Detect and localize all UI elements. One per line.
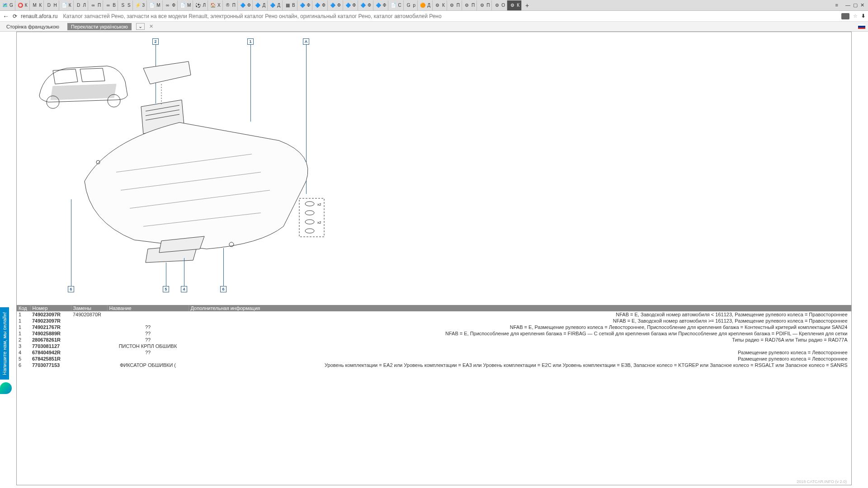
download-icon[interactable]: ⬇ xyxy=(861,13,865,19)
browser-tab[interactable]: MК xyxy=(30,0,44,10)
translate-bar: Сторінка французькою Перекласти українсь… xyxy=(0,22,868,32)
browser-tab[interactable]: 📄С xyxy=(388,0,403,10)
browser-tab[interactable]: ▦В xyxy=(283,0,297,10)
tab-label: К xyxy=(39,3,42,8)
browser-tab[interactable]: 🔷Ф xyxy=(238,0,253,10)
table-row[interactable]: 4 678404942R ?? Размещение рулевого коле… xyxy=(17,349,851,356)
cell-number[interactable]: 678425851R xyxy=(30,356,71,362)
browser-tab[interactable]: 📄К xyxy=(59,0,74,10)
browser-tab[interactable]: ∞В xyxy=(103,0,118,10)
translate-close-icon[interactable]: ✕ xyxy=(149,23,153,29)
browser-tab[interactable]: 🟠Д xyxy=(418,0,433,10)
reload-icon[interactable]: ⟳ xyxy=(13,13,17,19)
browser-tab[interactable]: DЛ xyxy=(74,0,89,10)
browser-tab[interactable]: ⚙П xyxy=(462,0,477,10)
cell-number[interactable]: 678404942R xyxy=(30,349,71,356)
url-text[interactable]: renault.afora.ru xyxy=(21,13,57,19)
tab-favicon: ⭕ xyxy=(17,2,24,9)
browser-tab[interactable]: 📄М xyxy=(147,0,162,10)
cell-replacement xyxy=(71,337,107,343)
browser-tab[interactable]: 🔷Д xyxy=(268,0,283,10)
table-row[interactable]: 3 7703081127 ПИСТОН КРПЛ ОБШИВК xyxy=(17,343,851,349)
cell-number[interactable]: 7703077153 xyxy=(30,362,71,368)
tab-favicon: 🔷 xyxy=(240,2,246,9)
tab-label: Д xyxy=(427,3,430,8)
browser-tab[interactable]: ⭕К xyxy=(15,0,30,10)
callout-6b[interactable]: 6 xyxy=(220,286,226,292)
cell-number[interactable]: 749021767R xyxy=(30,324,71,330)
minimize-icon[interactable]: — xyxy=(845,2,850,8)
tab-favicon: 🔷 xyxy=(314,2,321,9)
table-row[interactable]: 2 280678261R ?? Типы радио = RAD76A или … xyxy=(17,337,851,343)
browser-tab[interactable]: ⚙К xyxy=(507,0,522,10)
browser-tab[interactable]: ⚙П xyxy=(477,0,492,10)
browser-tab[interactable]: ⚙О xyxy=(492,0,507,10)
browser-tab[interactable]: ⚡3 xyxy=(133,0,147,10)
browser-tab[interactable]: 🔷Ф xyxy=(343,0,359,10)
browser-tab[interactable]: 🔷Ф xyxy=(358,0,373,10)
close-icon[interactable]: ✕ xyxy=(860,2,864,8)
browser-tab[interactable]: Gр xyxy=(404,0,418,10)
page-title: Каталог запчастей Рено, запчасти на все … xyxy=(63,13,441,19)
tab-favicon: ∞ xyxy=(105,2,111,9)
browser-tab[interactable]: 🔷Ф xyxy=(328,0,343,10)
back-icon[interactable]: ← xyxy=(3,13,9,20)
browser-tab[interactable]: ⚙К xyxy=(433,0,447,10)
translate-dropdown-icon[interactable]: ⌄ xyxy=(136,23,145,30)
cell-number[interactable]: 749025889R xyxy=(30,330,71,337)
maximize-icon[interactable]: ▢ xyxy=(853,2,858,8)
callout-4[interactable]: 4 xyxy=(181,286,187,292)
browser-tab[interactable]: 📄М xyxy=(178,0,193,10)
cell-number[interactable]: 749023097R xyxy=(30,311,71,318)
tab-favicon: D xyxy=(46,2,52,9)
browser-tab[interactable]: 🗺️G xyxy=(0,0,15,10)
browser-tab[interactable]: DН xyxy=(44,0,59,10)
browser-tab[interactable]: ⚙П xyxy=(447,0,462,10)
callout-6a[interactable]: 6 xyxy=(68,286,74,292)
table-row[interactable]: 6 7703077153 ФИКСАТОР ОБШИВКИ ( Уровень … xyxy=(17,362,851,368)
browser-tab[interactable]: 🔷Ф xyxy=(312,0,328,10)
table-row[interactable]: 1 749025889R ?? NFAB = E, Приспособление… xyxy=(17,330,851,337)
footer-text: 2018 CATCAR.INFO (v 2.0) xyxy=(797,479,847,484)
language-flag-icon[interactable] xyxy=(858,24,865,29)
cell-info: Типы радио = RAD76A или Типы радио = RAD… xyxy=(189,337,851,343)
chat-bubble-icon[interactable] xyxy=(0,382,12,394)
table-row[interactable]: 1 749023097R NFAB = E, Заводской номер а… xyxy=(17,318,851,324)
browser-tab[interactable]: ®П xyxy=(223,0,238,10)
extension-icon[interactable] xyxy=(841,13,849,19)
browser-tab[interactable]: ∞Ф xyxy=(163,0,178,10)
cell-number[interactable]: 280678261R xyxy=(30,337,71,343)
tab-label: М xyxy=(156,3,160,8)
translate-target-tab[interactable]: Перекласти українською xyxy=(67,23,132,30)
browser-tab[interactable]: SS xyxy=(118,0,133,10)
callout-5[interactable]: 5 xyxy=(163,286,169,292)
bookmark-icon[interactable]: ☆ xyxy=(853,13,858,19)
tab-label: Н xyxy=(53,3,57,8)
browser-tab[interactable]: ∞П xyxy=(88,0,103,10)
cell-number[interactable]: 7703081127 xyxy=(30,343,71,349)
table-row[interactable]: 1 749021767R ?? NFAB = E, Размещение рул… xyxy=(17,324,851,330)
translate-source-tab[interactable]: Сторінка французькою xyxy=(3,23,63,30)
chat-tab[interactable]: Напишите нам, мы онлайн! xyxy=(0,307,9,380)
menu-icon[interactable]: ≡ xyxy=(835,2,838,8)
tab-favicon: ⚙ xyxy=(509,2,515,9)
tab-favicon: 🔷 xyxy=(345,2,351,9)
browser-tab[interactable]: 🔷Ф xyxy=(373,0,389,10)
tab-favicon: 📄 xyxy=(149,2,155,9)
cell-name: ?? xyxy=(107,337,189,343)
tab-label: S xyxy=(127,3,131,8)
table-header: Замены xyxy=(71,305,107,311)
tab-label: О xyxy=(501,3,505,8)
svg-text:x2: x2 xyxy=(317,221,321,225)
new-tab-button[interactable]: + xyxy=(522,2,533,9)
browser-tab[interactable]: 🏠Х xyxy=(208,0,223,10)
table-row[interactable]: 5 678425851R Размещение рулевого колеса … xyxy=(17,356,851,362)
cell-number[interactable]: 749023097R xyxy=(30,318,71,324)
table-row[interactable]: 1 749023097R 749020870R NFAB = E, Заводс… xyxy=(17,311,851,318)
tab-favicon: 📄 xyxy=(179,2,186,9)
tab-label: Д xyxy=(277,3,280,8)
cell-code: 1 xyxy=(17,311,30,318)
browser-tab[interactable]: 🔷Д xyxy=(253,0,268,10)
browser-tab[interactable]: ⚽Л xyxy=(193,0,208,10)
browser-tab[interactable]: 🔷Ф xyxy=(297,0,313,10)
